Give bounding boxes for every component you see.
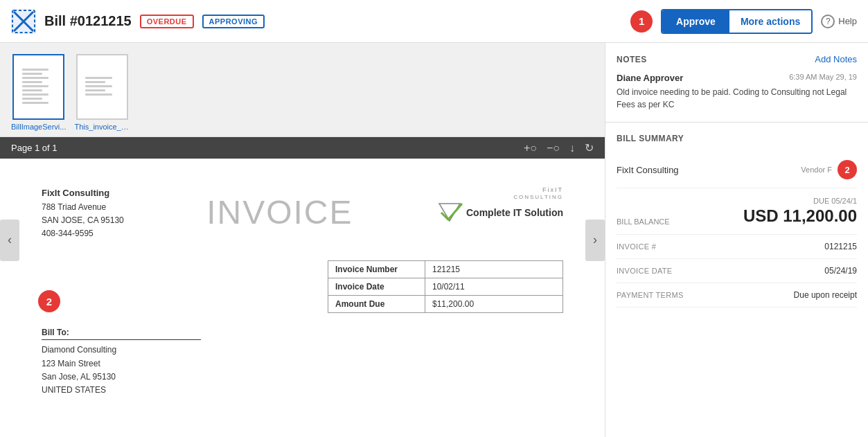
invoice-date-label: Invoice Date	[328, 278, 425, 295]
invoice-date-field-label: INVOICE DATE	[617, 267, 672, 275]
invoice-date-field-value: 05/24/19	[824, 266, 857, 276]
bill-to-address: Diamond Consulting 123 Main Street San J…	[42, 344, 563, 397]
toolbar-icons: +○ −○ ↓ ↻	[524, 141, 594, 154]
check-graphic	[436, 200, 463, 224]
invoice-header: FixIt Consulting 788 Triad Avenue SAN JO…	[42, 186, 563, 240]
note-author: Diane Approver	[617, 73, 683, 83]
notes-header: NOTES Add Notes	[617, 54, 857, 64]
notes-title: NOTES	[617, 55, 647, 64]
thumb-label-1: BillImageServi...	[11, 123, 66, 131]
invoice-title-text: INVOICE	[124, 186, 436, 231]
zoom-in-icon[interactable]: +○	[524, 142, 537, 154]
payment-terms-label: PAYMENT TERMS	[617, 291, 684, 299]
invoice-details: Invoice Number 121215 Invoice Date 10/02…	[42, 261, 563, 313]
step-2-left-badge: 2	[38, 290, 60, 312]
amount-due-row: Amount Due $11,200.00	[328, 295, 563, 313]
invoice-number-row: Invoice Number 121215	[328, 260, 563, 278]
approve-button[interactable]: Approve	[662, 10, 729, 33]
header: Bill #0121215 OVERDUE APPROVING 1 Approv…	[0, 0, 868, 43]
thumbnails-area: BillImageServi... This_invoice_is...	[0, 43, 605, 137]
invoice-details-table: Invoice Number 121215 Invoice Date 10/02…	[328, 261, 563, 313]
next-page-arrow[interactable]: ›	[585, 220, 605, 261]
thumbnail-2[interactable]: This_invoice_is...	[74, 54, 130, 131]
invoice-date-row: Invoice Date 10/02/11	[328, 278, 563, 296]
overdue-badge: OVERDUE	[140, 15, 194, 28]
help-label: Help	[838, 16, 857, 26]
note-text: Old invoice needing to be paid. Coding t…	[617, 86, 857, 111]
invoice-number-label: Invoice Number	[328, 261, 425, 278]
note-time: 6:39 AM May 29, 19	[789, 73, 857, 83]
step-1-badge: 1	[630, 10, 653, 33]
doc-toolbar: Page 1 of 1 +○ −○ ↓ ↻	[0, 137, 605, 159]
amount-due-value: $11,200.00	[425, 296, 563, 312]
step-2-right-badge: 2	[838, 160, 857, 179]
balance-row: BILL BALANCE DUE 05/24/1 USD 11,200.00	[617, 197, 857, 226]
bill-title: Bill #0121215	[44, 13, 132, 29]
page-info: Page 1 of 1	[11, 143, 57, 153]
doc-viewer: FixIt Consulting 788 Triad Avenue SAN JO…	[0, 159, 605, 437]
invoice-date-value: 10/02/11	[425, 278, 563, 295]
more-actions-button[interactable]: More actions	[729, 10, 811, 33]
vendor-name: FixIt Consulting	[617, 165, 679, 175]
help-circle-icon: ?	[821, 15, 835, 28]
bill-to-name: Diamond Consulting	[42, 344, 563, 357]
action-group: Approve More actions	[661, 9, 813, 34]
amount-due-label: Amount Due	[328, 296, 425, 312]
app-logo	[11, 9, 36, 34]
approving-badge: APPROVING	[202, 15, 265, 28]
balance-right: DUE 05/24/1 USD 11,200.00	[743, 197, 857, 226]
due-date: DUE 05/24/1	[743, 197, 857, 205]
zoom-out-icon[interactable]: −○	[547, 142, 560, 154]
fixit-label: FixITCONSULTING	[513, 186, 563, 200]
summary-title: BILL SUMMARY	[617, 134, 684, 143]
address-line1: 788 Triad Avenue	[42, 201, 124, 214]
invoice-num-field-label: INVOICE #	[617, 242, 656, 251]
header-left: Bill #0121215 OVERDUE APPROVING	[11, 9, 630, 34]
invoice-num-field: INVOICE # 0121215	[617, 235, 857, 259]
note-author-row: Diane Approver 6:39 AM May 29, 19	[617, 73, 857, 83]
invoice-logo: FixITCONSULTING Complete IT Solution	[436, 186, 563, 224]
bill-to-country: UNITED STATES	[42, 384, 563, 397]
thumb-label-2: This_invoice_is...	[74, 123, 130, 131]
main-content: 2 ‹ ›	[0, 43, 868, 437]
bill-summary-section: BILL SUMMARY FixIt Consulting Vendor F 2…	[605, 123, 868, 437]
bill-to-label: Bill To:	[42, 328, 201, 340]
help-button[interactable]: ? Help	[821, 15, 857, 28]
header-right: 1 Approve More actions ? Help	[630, 9, 857, 34]
company-name: FixIt Consulting	[42, 186, 124, 201]
notes-section: NOTES Add Notes Diane Approver 6:39 AM M…	[605, 43, 868, 123]
bill-to-addr1: 123 Main Street	[42, 357, 563, 371]
balance-section: BILL BALANCE DUE 05/24/1 USD 11,200.00	[617, 188, 857, 235]
company-address: FixIt Consulting 788 Triad Avenue SAN JO…	[42, 186, 124, 240]
logo-graphic: Complete IT Solution	[436, 200, 563, 224]
thumbnail-1[interactable]: BillImageServi...	[11, 54, 66, 131]
balance-amount: USD 11,200.00	[743, 206, 857, 226]
logo-company-name: Complete IT Solution	[466, 207, 563, 218]
left-panel: 2 ‹ ›	[0, 43, 605, 437]
rotate-icon[interactable]: ↻	[585, 141, 594, 154]
summary-header: BILL SUMMARY	[617, 134, 857, 143]
download-icon[interactable]: ↓	[569, 142, 575, 154]
payment-terms-field: PAYMENT TERMS Due upon receipt	[617, 283, 857, 307]
right-panel: NOTES Add Notes Diane Approver 6:39 AM M…	[605, 43, 868, 437]
bill-to-section: Bill To: Diamond Consulting 123 Main Str…	[42, 327, 563, 397]
vendor-label: Vendor F	[801, 166, 832, 174]
balance-label: BILL BALANCE	[617, 217, 670, 226]
thumb-img-1	[12, 54, 64, 120]
prev-page-arrow[interactable]: ‹	[0, 220, 19, 261]
thumb-img-2	[76, 54, 128, 120]
invoice-date-field: INVOICE DATE 05/24/19	[617, 259, 857, 283]
invoice-number-value: 121215	[425, 261, 563, 278]
vendor-right: Vendor F 2	[801, 160, 857, 179]
bill-to-addr2: San Jose, AL 95130	[42, 371, 563, 384]
invoice-num-field-value: 0121215	[824, 242, 857, 251]
add-notes-button[interactable]: Add Notes	[815, 54, 857, 64]
address-line3: 408-344-9595	[42, 227, 124, 240]
payment-terms-value: Due upon receipt	[794, 290, 857, 300]
address-line2: SAN JOSE, CA 95130	[42, 214, 124, 227]
vendor-row: FixIt Consulting Vendor F 2	[617, 152, 857, 188]
